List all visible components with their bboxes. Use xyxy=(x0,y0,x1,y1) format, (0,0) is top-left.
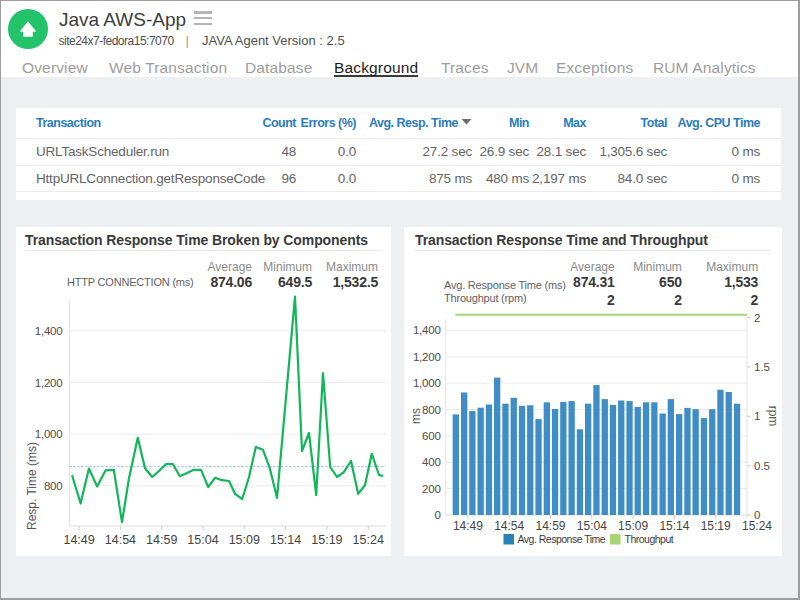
svg-text:200: 200 xyxy=(422,483,441,495)
svg-text:Avg. Response Time: Avg. Response Time xyxy=(518,533,606,545)
svg-text:14:54: 14:54 xyxy=(105,533,136,547)
svg-text:15:14: 15:14 xyxy=(659,519,689,533)
svg-text:14:59: 14:59 xyxy=(146,533,177,547)
svg-text:800: 800 xyxy=(422,404,441,416)
svg-text:15:14: 15:14 xyxy=(270,533,301,547)
svg-text:15:24: 15:24 xyxy=(742,519,772,533)
svg-text:1,200: 1,200 xyxy=(413,351,441,363)
svg-text:rpm: rpm xyxy=(766,406,780,427)
svg-text:14:49: 14:49 xyxy=(453,519,483,533)
svg-text:15:09: 15:09 xyxy=(618,519,648,533)
svg-text:ms: ms xyxy=(409,408,423,424)
svg-text:400: 400 xyxy=(422,456,441,468)
svg-text:15:04: 15:04 xyxy=(187,533,218,547)
svg-text:0.5: 0.5 xyxy=(754,460,770,472)
svg-text:15:04: 15:04 xyxy=(577,519,607,533)
svg-text:1,200: 1,200 xyxy=(35,377,63,389)
svg-text:14:54: 14:54 xyxy=(494,519,524,533)
svg-text:800: 800 xyxy=(44,480,63,492)
svg-text:Throughput: Throughput xyxy=(625,533,674,545)
svg-text:600: 600 xyxy=(422,430,441,442)
svg-text:1,400: 1,400 xyxy=(35,325,63,337)
svg-text:15:09: 15:09 xyxy=(229,533,260,547)
svg-text:1: 1 xyxy=(754,410,760,422)
svg-text:14:59: 14:59 xyxy=(535,519,565,533)
svg-text:15:19: 15:19 xyxy=(701,519,731,533)
svg-text:1,000: 1,000 xyxy=(35,428,63,440)
svg-text:0: 0 xyxy=(434,509,440,521)
svg-text:Resp. Time (ms): Resp. Time (ms) xyxy=(25,442,39,530)
svg-text:15:24: 15:24 xyxy=(353,533,384,547)
svg-text:1.5: 1.5 xyxy=(754,361,770,373)
svg-text:1,000: 1,000 xyxy=(413,377,441,389)
svg-text:1,400: 1,400 xyxy=(413,324,441,336)
svg-text:14:49: 14:49 xyxy=(63,533,94,547)
svg-text:15:19: 15:19 xyxy=(311,533,342,547)
svg-text:2: 2 xyxy=(754,312,760,324)
